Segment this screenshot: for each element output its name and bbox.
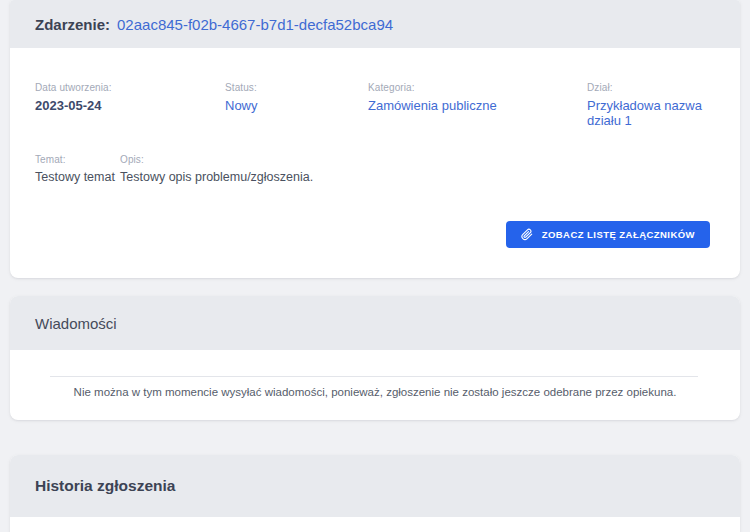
field-description-value: Testowy opis problemu/zgłoszenia. [120,170,710,184]
field-description: Opis: Testowy opis problemu/zgłoszenia. [120,154,710,184]
field-subject-label: Temat: [35,154,120,165]
paperclip-icon [521,228,533,241]
field-subject: Temat: Testowy temat [35,154,120,184]
field-created-date-value: 2023-05-24 [35,98,225,113]
field-department: Dział: Przykładowa nazwa działu 1 [587,82,710,128]
event-card: Zdarzenie: 02aac845-f02b-4667-b7d1-decfa… [10,0,740,278]
field-subject-value: Testowy temat [35,170,120,184]
messages-title: Wiadomości [35,315,117,332]
field-status-value[interactable]: Nowy [225,98,368,113]
messages-card: Wiadomości Nie można w tym momencie wysy… [10,296,740,420]
event-fields-row: Data utworzenia: 2023-05-24 Status: Nowy… [35,82,710,128]
event-card-header: Zdarzenie: 02aac845-f02b-4667-b7d1-decfa… [10,0,740,48]
history-title: Historia zgłoszenia [35,477,175,495]
field-category-label: Kategoria: [368,82,587,93]
messages-divider [50,376,698,377]
field-department-label: Dział: [587,82,710,93]
event-card-body: Data utworzenia: 2023-05-24 Status: Nowy… [10,48,740,278]
field-status: Status: Nowy [225,82,368,128]
messages-card-body: Nie można w tym momencie wysyłać wiadomo… [10,350,740,420]
field-department-value[interactable]: Przykładowa nazwa działu 1 [587,98,710,128]
messages-locked-notice: Nie można w tym momencie wysyłać wiadomo… [10,386,740,398]
event-title-label: Zdarzenie: [35,16,110,33]
attachments-button-row: ZOBACZ LISTĘ ZAŁĄCZNIKÓW [35,221,710,248]
field-description-label: Opis: [120,154,710,165]
messages-card-header: Wiadomości [10,296,740,350]
event-id-link[interactable]: 02aac845-f02b-4667-b7d1-decfa52bca94 [117,16,393,33]
view-attachments-button-label: ZOBACZ LISTĘ ZAŁĄCZNIKÓW [542,229,695,240]
event-subject-row: Temat: Testowy temat Opis: Testowy opis … [35,154,710,184]
history-card: Historia zgłoszenia 2023-05-24 12:09 Prz… [10,455,740,532]
history-card-header: Historia zgłoszenia [10,455,740,517]
field-category-value[interactable]: Zamówienia publiczne [368,98,587,113]
view-attachments-button[interactable]: ZOBACZ LISTĘ ZAŁĄCZNIKÓW [506,221,710,248]
field-status-label: Status: [225,82,368,93]
field-category: Kategoria: Zamówienia publiczne [368,82,587,128]
history-card-body: 2023-05-24 12:09 Przypisano kategorię Za… [10,517,740,532]
field-created-date: Data utworzenia: 2023-05-24 [35,82,225,128]
field-created-date-label: Data utworzenia: [35,82,225,93]
